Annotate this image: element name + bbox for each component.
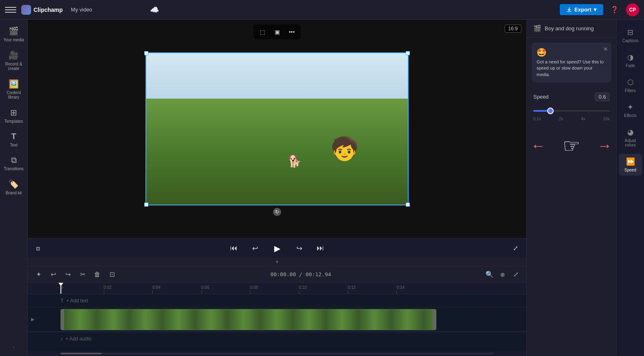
filters-icon: ⬡ bbox=[627, 78, 634, 87]
adjust-colors-button[interactable]: ◕ Adjust colors bbox=[619, 124, 642, 151]
preview-area: ⬚ ▣ ••• 16:9 🧒 🐕 ↻ bbox=[28, 20, 526, 238]
timeline-toolbar: ✦ ↩ ↪ ✂ 🗑 ⊡ 00:00.00 / 00:12.94 🔍 ⊕ ⤢ bbox=[28, 266, 526, 283]
video-dog: 🐕 bbox=[287, 155, 302, 168]
video-clip[interactable] bbox=[60, 309, 436, 330]
speed-label-row: Speed 0.6 bbox=[533, 92, 610, 101]
resize-handle-tl[interactable] bbox=[144, 51, 148, 55]
sidebar-item-label: Your media bbox=[3, 38, 24, 42]
more-options-button[interactable]: ••• bbox=[286, 26, 297, 38]
video-grass bbox=[146, 99, 408, 205]
ruler-mark-04: 0:04 bbox=[152, 285, 160, 294]
sidebar-expand-button[interactable]: › bbox=[2, 342, 26, 353]
scrollbar-track[interactable] bbox=[60, 353, 494, 354]
right-panel: 🎬 Boy and dog running ✕ 🤩 Got a need for… bbox=[526, 20, 616, 356]
resize-handle-tr[interactable] bbox=[406, 51, 410, 55]
far-right-panel: ⊟ Captions ◑ Fade ⬡ Filters ✦ Effects ◕ … bbox=[616, 20, 644, 356]
fade-icon: ◑ bbox=[627, 53, 634, 62]
chevron-down-icon: ▾ bbox=[276, 259, 278, 265]
clip-handle-right[interactable] bbox=[433, 309, 436, 330]
video-title-input[interactable] bbox=[68, 5, 143, 14]
logo-icon bbox=[21, 5, 31, 15]
sidebar-item-content-library[interactable]: 🖼️ Content library bbox=[2, 76, 26, 103]
speed-label: Speed bbox=[533, 94, 549, 100]
playhead[interactable] bbox=[60, 283, 61, 294]
add-text-track[interactable]: T + Add text bbox=[28, 294, 526, 307]
play-button[interactable]: ▶ bbox=[270, 241, 284, 256]
add-audio-track[interactable]: ♪ + Add audio bbox=[28, 332, 526, 345]
brand-kit-icon: 🏷️ bbox=[9, 179, 19, 189]
video-frame: 🧒 🐕 ↻ bbox=[145, 52, 409, 205]
timeline-scrollbar[interactable] bbox=[28, 351, 526, 356]
clip-handle-left[interactable] bbox=[61, 309, 64, 330]
help-button[interactable]: ❓ bbox=[608, 3, 621, 16]
speed-illustration: ← ☞ → bbox=[527, 126, 616, 165]
ruler-mark-12: 0:12 bbox=[348, 285, 356, 294]
speed-mark-01x: 0.1x bbox=[533, 117, 541, 121]
cursor-hand-icon: ☞ bbox=[563, 134, 580, 157]
layout-button[interactable]: ▣ bbox=[271, 26, 283, 38]
tooltip-emoji: 🤩 bbox=[537, 47, 606, 57]
app-logo: Clipchamp bbox=[21, 5, 63, 15]
fit-to-window-button[interactable]: ⤢ bbox=[510, 269, 521, 280]
avatar[interactable]: CP bbox=[626, 3, 639, 16]
resize-handle-bl[interactable] bbox=[144, 203, 148, 207]
filters-button[interactable]: ⬡ Filters bbox=[619, 74, 642, 96]
center-panel: ⬚ ▣ ••• 16:9 🧒 🐕 ↻ bbox=[28, 20, 526, 356]
add-clip-button[interactable]: ✦ bbox=[33, 269, 44, 280]
effects-button[interactable]: ✦ Effects bbox=[619, 99, 642, 121]
topbar-right: Export ▾ ❓ CP bbox=[560, 3, 639, 16]
sidebar-item-label: Transitions bbox=[4, 167, 24, 171]
export-button[interactable]: Export ▾ bbox=[560, 4, 603, 15]
cloud-save-icon[interactable]: ☁️ bbox=[148, 3, 161, 16]
timeline-zoom-controls: 🔍 ⊕ ⤢ bbox=[484, 269, 521, 280]
main-content: 🎬 Your media 🎥 Record & create 🖼️ Conten… bbox=[0, 20, 644, 356]
clip-thumbnail bbox=[64, 309, 433, 330]
timeline-ruler: 0 0:02 0:04 0:06 bbox=[28, 283, 526, 294]
caption-button[interactable]: ⧈ bbox=[36, 245, 40, 252]
cut-button[interactable]: ✂ bbox=[77, 269, 88, 280]
tooltip-close-button[interactable]: ✕ bbox=[603, 46, 608, 52]
effects-label: Effects bbox=[624, 113, 636, 118]
zoom-out-button[interactable]: 🔍 bbox=[484, 269, 495, 280]
sidebar-item-record-create[interactable]: 🎥 Record & create bbox=[2, 47, 26, 74]
sidebar-item-text[interactable]: T Text bbox=[2, 128, 26, 151]
timeline-collapse-button[interactable]: ▾ bbox=[28, 258, 526, 266]
sidebar-item-transitions[interactable]: ⧉ Transitions bbox=[2, 152, 26, 174]
video-track-label: ▶ bbox=[28, 307, 60, 331]
crop-button[interactable]: ⬚ bbox=[257, 26, 268, 38]
topbar: Clipchamp ☁️ Export ▾ ❓ CP bbox=[0, 0, 644, 20]
redo-button[interactable]: ↪ bbox=[62, 269, 74, 280]
scrollbar-thumb[interactable] bbox=[60, 353, 101, 354]
undo-button[interactable]: ↩ bbox=[47, 269, 59, 280]
sidebar-item-templates[interactable]: ⊞ Templates bbox=[2, 104, 26, 127]
video-track-content bbox=[60, 307, 526, 331]
speed-button[interactable]: ⏩ Speed bbox=[619, 154, 642, 176]
forward-button[interactable]: ↪ bbox=[293, 242, 306, 255]
menu-button[interactable] bbox=[5, 4, 16, 16]
captions-icon: ⊟ bbox=[627, 28, 633, 37]
sidebar-item-label: Content library bbox=[3, 90, 25, 99]
timeline: ✦ ↩ ↪ ✂ 🗑 ⊡ 00:00.00 / 00:12.94 🔍 ⊕ ⤢ bbox=[28, 266, 526, 356]
sidebar-item-your-media[interactable]: 🎬 Your media bbox=[2, 23, 26, 45]
rotation-handle[interactable]: ↻ bbox=[273, 208, 281, 216]
resize-handle-br[interactable] bbox=[406, 203, 410, 207]
skip-to-end-button[interactable]: ⏭ bbox=[314, 242, 327, 255]
speed-value: 0.6 bbox=[595, 92, 610, 101]
zoom-in-button[interactable]: ⊕ bbox=[497, 269, 508, 280]
captions-button[interactable]: ⊟ Captions bbox=[619, 25, 642, 46]
rewind-button[interactable]: ↩ bbox=[248, 242, 262, 255]
fade-button[interactable]: ◑ Fade bbox=[619, 50, 642, 71]
speed-slider[interactable] bbox=[533, 110, 610, 112]
record-icon: 🎥 bbox=[9, 50, 19, 60]
speed-icon: ⏩ bbox=[626, 157, 635, 166]
sidebar-item-brand-kit[interactable]: 🏷️ Brand kit bbox=[2, 176, 26, 198]
sidebar: 🎬 Your media 🎥 Record & create 🖼️ Conten… bbox=[0, 20, 28, 356]
split-button[interactable]: ⊡ bbox=[106, 269, 118, 280]
video-track-icon: ▶ bbox=[31, 317, 34, 322]
playback-controls: ⧈ ⏮ ↩ ▶ ↪ ⏭ ⤢ bbox=[28, 238, 526, 258]
skip-to-start-button[interactable]: ⏮ bbox=[227, 242, 240, 255]
fullscreen-button[interactable]: ⤢ bbox=[513, 244, 518, 252]
preview-toolbar: ⬚ ▣ ••• bbox=[253, 25, 301, 39]
sidebar-item-label: Brand kit bbox=[6, 191, 22, 195]
delete-button[interactable]: 🗑 bbox=[92, 269, 103, 280]
